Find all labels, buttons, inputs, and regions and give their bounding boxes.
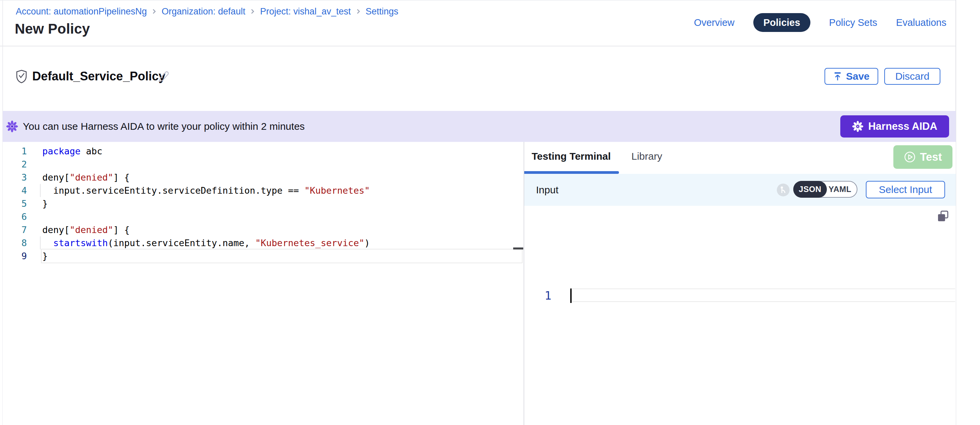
line-number: 5 [3, 197, 27, 210]
indent-guide [40, 236, 41, 249]
tab-overview[interactable]: Overview [694, 17, 735, 28]
input-header-bar: Input JSON YAML Select Input [524, 174, 956, 206]
tab-library[interactable]: Library [632, 151, 662, 162]
line-number: 3 [3, 171, 27, 184]
upload-icon [833, 72, 842, 81]
linked-input-icon[interactable] [776, 183, 790, 197]
active-tab-underline [524, 171, 619, 174]
test-button-label: Test [920, 151, 942, 163]
breadcrumb-link[interactable]: Organization: default [162, 6, 245, 17]
breadcrumb-link[interactable]: Account: automationPipelinesNg [16, 6, 147, 17]
aida-flower-icon [6, 120, 18, 133]
format-toggle-json[interactable]: JSON [793, 181, 827, 198]
breadcrumb-link[interactable]: Project: vishal_av_test [260, 6, 351, 17]
breadcrumb-link[interactable]: Settings [366, 6, 399, 17]
aida-banner: You can use Harness AIDA to write your p… [3, 111, 956, 142]
code-text: } [42, 197, 48, 210]
top-border [0, 0, 956, 1]
code-text: deny["denied"] { [42, 171, 130, 184]
new-policy-page: Account: automationPipelinesNgOrganizati… [0, 0, 980, 425]
tab-testing-terminal[interactable]: Testing Terminal [531, 151, 611, 162]
policy-code-editor[interactable]: 1package abc23deny["denied"] {4 input.se… [3, 142, 523, 425]
breadcrumb-chevron-icon [250, 8, 255, 15]
edit-policy-name-icon[interactable] [158, 69, 169, 83]
testing-panel: Testing Terminal Library Test Input [524, 142, 956, 425]
input-editor[interactable]: 1 [524, 206, 956, 425]
line-number: 6 [3, 210, 27, 223]
breadcrumb-chevron-icon [151, 8, 157, 15]
code-line[interactable]: 5} [3, 197, 523, 210]
input-label: Input [536, 174, 558, 206]
code-line[interactable]: 2 [3, 158, 523, 171]
breadcrumb-chevron-icon [356, 8, 361, 15]
aida-button-label: Harness AIDA [868, 120, 937, 133]
discard-button[interactable]: Discard [884, 68, 940, 85]
harness-aida-button[interactable]: Harness AIDA [840, 115, 949, 137]
line-number: 4 [3, 184, 27, 197]
code-line[interactable]: 3deny["denied"] { [3, 171, 523, 184]
select-input-button[interactable]: Select Input [866, 181, 945, 198]
code-line[interactable]: 7deny["denied"] { [3, 223, 523, 236]
tab-policies-active[interactable]: Policies [753, 13, 810, 32]
code-text: startswith(input.serviceEntity.name, "Ku… [42, 236, 370, 249]
select-input-label: Select Input [879, 184, 932, 195]
input-line-number: 1 [524, 289, 552, 303]
discard-button-label: Discard [896, 70, 930, 82]
line-number: 2 [3, 158, 27, 171]
tab-policy-sets[interactable]: Policy Sets [829, 17, 877, 28]
play-icon [904, 151, 916, 163]
line-number: 8 [3, 236, 27, 249]
aida-banner-message: You can use Harness AIDA to write your p… [23, 121, 305, 132]
line-number: 7 [3, 223, 27, 236]
save-button-label: Save [846, 70, 870, 82]
format-toggle-yaml[interactable]: YAML [826, 182, 854, 197]
policy-name: Default_Service_Policy [32, 69, 165, 83]
code-text: input.serviceEntity.serviceDefinition.ty… [42, 184, 370, 197]
code-text: package abc [42, 145, 102, 158]
tab-evaluations[interactable]: Evaluations [896, 17, 947, 28]
line-number: 9 [3, 249, 27, 263]
overview-ruler-cursor-mark [513, 248, 523, 249]
code-line[interactable]: 8 startswith(input.serviceEntity.name, "… [3, 236, 523, 249]
aida-button-flower-icon [852, 121, 864, 132]
code-line[interactable]: 1package abc [3, 145, 523, 158]
page-title: New Policy [15, 21, 90, 37]
current-line-highlight [41, 249, 523, 263]
breadcrumb: Account: automationPipelinesNgOrganizati… [16, 5, 398, 18]
line-number: 1 [3, 145, 27, 158]
header-divider [0, 46, 956, 46]
code-text: deny["denied"] { [42, 223, 130, 236]
save-button[interactable]: Save [824, 68, 878, 85]
format-toggle[interactable]: JSON YAML [793, 181, 858, 198]
code-line[interactable]: 6 [3, 210, 523, 223]
code-line[interactable]: 4 input.serviceEntity.serviceDefinition.… [3, 184, 523, 197]
indent-guide [40, 184, 41, 197]
policy-shield-icon [15, 69, 28, 83]
test-button[interactable]: Test [893, 145, 953, 169]
header-tabs: Overview Policies Policy Sets Evaluation… [694, 13, 947, 32]
input-current-line-highlight [572, 289, 955, 302]
